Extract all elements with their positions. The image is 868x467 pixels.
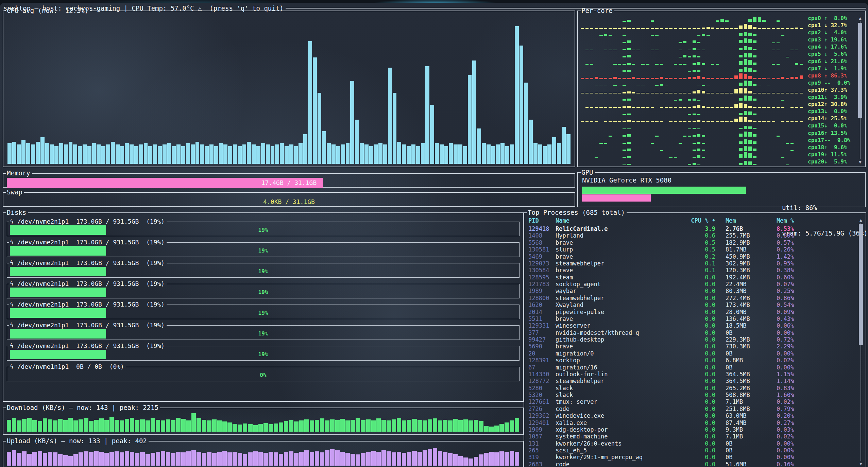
chart-bar — [21, 140, 25, 164]
process-pid: 2014 — [528, 309, 556, 315]
process-row[interactable]: 377nvidia-modeset/kthread_q0.00B0.00% — [528, 329, 855, 336]
chart-bar — [22, 451, 27, 466]
chart-bar — [505, 422, 509, 432]
process-pid: 121783 — [528, 281, 556, 288]
scrollbar-thumb[interactable] — [858, 23, 862, 118]
process-row[interactable]: 319kworker/29:1-mm_percpu_wq0.00B0.00% — [528, 454, 855, 461]
process-row[interactable]: 128595steam0.0192.4MB0.60% — [528, 274, 855, 281]
process-scrollbar[interactable]: ▲ ▼ — [858, 218, 864, 466]
chart-bar — [438, 420, 442, 432]
disk-gauge-label: 19% — [10, 288, 516, 297]
chart-bar — [402, 453, 406, 466]
chart-bar — [284, 452, 288, 466]
process-row[interactable]: 1909xdg-desktop-por0.09.3MB0.03% — [528, 426, 855, 433]
chart-bar — [58, 454, 63, 466]
process-row[interactable]: 127661tmux: server0.07.1MB0.02% — [528, 398, 855, 405]
process-row[interactable]: 1408Hyprland0.6255.7MB0.80% — [528, 232, 855, 239]
swap-panel-title: Swap — [6, 189, 24, 195]
process-row[interactable]: 121783socktop_agent0.022.4MB0.07% — [528, 281, 855, 288]
process-row[interactable]: 5280slack0.0265.2MB0.83% — [528, 385, 855, 392]
chart-bar — [383, 144, 387, 164]
scroll-down-icon[interactable]: ▼ — [857, 160, 863, 165]
column-header[interactable]: CPU % • — [685, 217, 715, 225]
process-row[interactable]: 2683code0.051.6MB0.16% — [528, 461, 855, 467]
process-row[interactable]: 5511brave0.0136.4MB0.43% — [528, 315, 855, 322]
chart-bar — [515, 418, 519, 432]
process-mempct: 0.00% — [766, 329, 811, 336]
process-row[interactable]: 129362winedevice.exe0.063.0MB0.20% — [528, 412, 855, 419]
chart-bar — [156, 420, 160, 432]
process-row[interactable]: 265scsi_eh_50.00B0.00% — [528, 447, 855, 454]
process-row[interactable]: 2014pipewire-pulse0.028.0MB0.09% — [528, 309, 855, 315]
chart-bar — [139, 144, 143, 164]
process-mem: 255.7MB — [715, 232, 766, 239]
process-row[interactable]: 129401xalia.exe0.087.4MB0.27% — [528, 419, 855, 426]
process-cpu: 0.0 — [685, 281, 715, 288]
process-cpu: 0.6 — [685, 232, 715, 239]
chart-bar — [32, 452, 37, 466]
column-header[interactable]: Name — [556, 217, 685, 225]
process-row[interactable]: 131kworker/26:0-events0.00B0.00% — [528, 440, 855, 447]
column-header[interactable]: Mem % — [766, 217, 811, 225]
process-name: brave — [556, 343, 685, 350]
chart-bar — [205, 146, 209, 164]
chart-bar — [209, 144, 214, 164]
scrollbar-thumb[interactable] — [859, 224, 863, 345]
column-header[interactable]: PID — [528, 217, 556, 225]
chart-bar — [487, 144, 491, 164]
process-row[interactable]: 20migration/00.00B0.00% — [528, 350, 855, 357]
chart-bar — [423, 450, 427, 466]
process-row[interactable]: 5568brave0.5182.9MB0.57% — [528, 239, 855, 246]
chart-bar — [547, 144, 551, 164]
chart-bar — [130, 452, 134, 466]
process-row[interactable]: 129418RelicCardinal.e3.92.7GB8.53% — [528, 225, 855, 232]
process-row[interactable]: 5469brave0.2450.9MB1.42% — [528, 253, 855, 260]
core-label: cpu11↓ 3.9% — [808, 93, 851, 101]
chart-bar — [412, 419, 416, 432]
scroll-up-icon[interactable]: ▲ — [858, 218, 864, 223]
chart-bar — [350, 81, 354, 164]
process-row[interactable]: 130581slurp0.581.7MB0.26% — [528, 246, 855, 253]
process-row[interactable]: 2726code0.0251.8MB0.79% — [528, 405, 855, 412]
chart-bar — [463, 457, 468, 466]
disk-usage-text: /dev/nvme2n1p1 173.0GB / 931.5GB (19%) — [17, 280, 165, 287]
scroll-down-icon[interactable]: ▼ — [858, 462, 864, 466]
process-row[interactable]: 128772steamwebhelper0.0364.5MB1.14% — [528, 378, 855, 384]
chart-bar — [376, 452, 381, 466]
process-row[interactable]: 67migration/160.00B0.00% — [528, 364, 855, 371]
process-row[interactable]: 1989waybar0.080.3MB0.25% — [528, 288, 855, 294]
process-row[interactable]: 5320slack0.0508.8MB1.60% — [528, 392, 855, 398]
core-sparkline — [581, 43, 803, 50]
process-row[interactable]: 5690brave0.0730.3MB2.29% — [528, 343, 855, 350]
chart-bar — [79, 452, 83, 466]
per-core-scrollbar[interactable]: ▲ ▼ — [857, 16, 863, 165]
process-row[interactable]: 128391socktop0.06.8MB0.02% — [528, 357, 855, 364]
column-header[interactable]: Mem — [715, 217, 766, 225]
chart-bar — [418, 452, 422, 466]
chart-bar — [233, 424, 237, 432]
core-sparkline — [581, 79, 803, 86]
process-cpu: 0.0 — [685, 419, 715, 426]
chart-bar — [515, 26, 519, 164]
chart-bar — [477, 128, 481, 164]
process-row[interactable]: 128800steamwebhelper0.0272.4MB0.86% — [528, 295, 855, 301]
terminal-window: socktop — host: cachyos-gaming | CPU Tem… — [0, 3, 868, 467]
process-row[interactable]: 130584brave0.1120.3MB0.38% — [528, 267, 855, 274]
chart-bar — [533, 143, 538, 164]
core-row: cpu0 ↑ 8.0% — [581, 15, 851, 22]
process-pid: 130581 — [528, 246, 556, 253]
process-row[interactable]: 129073steamwebhelper0.1302.9MB0.95% — [528, 260, 855, 267]
scroll-up-icon[interactable]: ▲ — [857, 16, 863, 21]
process-mem: 0B — [715, 447, 766, 454]
process-row[interactable]: 1620Xwayland0.0173.4MB0.54% — [528, 301, 855, 308]
chart-bar — [64, 144, 68, 164]
chart-bar — [285, 146, 289, 164]
process-row[interactable]: 129331wineserver0.018.5MB0.06% — [528, 322, 855, 329]
process-row[interactable]: 1057systemd-machine0.07.1MB0.02% — [528, 433, 855, 440]
chart-bar — [341, 144, 345, 164]
chart-bar — [120, 452, 124, 466]
chart-bar — [248, 452, 252, 466]
process-row[interactable]: 99427github-desktop0.0229.3MB0.72% — [528, 336, 855, 343]
chart-bar — [366, 452, 371, 466]
process-row[interactable]: 114330outlook-for-lin0.0364.5MB1.15% — [528, 371, 855, 378]
